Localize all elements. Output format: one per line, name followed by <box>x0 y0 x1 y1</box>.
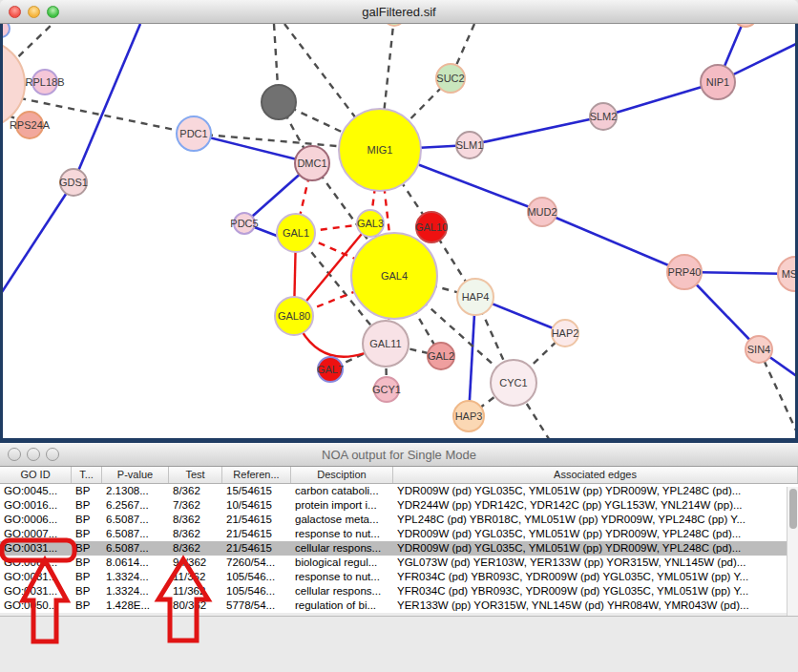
cell-edges: YDR009W (pd) YGL035C, YML051W (pp) YDR00… <box>393 541 798 556</box>
table-row[interactable]: GO:0065...BP8.0614...94/3627260/54...bio… <box>0 556 798 570</box>
table-row[interactable]: GO:0045...BP2.1308...8/36215/54615carbon… <box>0 484 798 498</box>
column-header-0[interactable]: GO ID <box>0 467 72 483</box>
network-window-titlebar[interactable]: galFiltered.sif <box>0 0 798 24</box>
node-GAL80[interactable]: GAL80 <box>275 297 313 335</box>
noa-window-title: NOA output for Single Mode <box>322 448 476 462</box>
cell-test: 8/362 <box>169 513 222 527</box>
node-MSL1[interactable]: MSL1 <box>778 257 795 291</box>
node-label-GAL2: GAL2 <box>428 350 454 362</box>
node-SLM1[interactable]: SLM1 <box>456 132 484 158</box>
node-circle-sliver[interactable] <box>384 24 405 26</box>
node-PRP40[interactable]: PRP40 <box>667 255 702 289</box>
node-GAL11[interactable]: GAL11 <box>363 321 409 367</box>
table-row[interactable]: GO:0031...BP6.5087...8/36221/54615cellul… <box>0 541 798 556</box>
node-label-MIG1: MIG1 <box>368 144 393 156</box>
node-SUC2[interactable]: SUC2 <box>436 64 465 93</box>
node-RPL18B[interactable]: RPL18B <box>26 70 65 94</box>
column-header-2[interactable]: P-value <box>102 467 169 483</box>
node-label-GCY1: GCY1 <box>372 384 401 395</box>
node-SIN4[interactable]: SIN4 <box>746 336 772 363</box>
table-row[interactable]: GO:0016...BP6.2567...7/36210/54615protei… <box>0 498 798 513</box>
edge-blue <box>3 182 74 298</box>
cell-reference: 105/546... <box>222 584 291 598</box>
noa-window-titlebar[interactable]: NOA output for Single Mode <box>0 443 798 467</box>
node-label-SLM2: SLM2 <box>590 111 618 122</box>
cell-edges: YDR009W (pd) YGL035C, YML051W (pp) YDR00… <box>393 527 798 541</box>
cell-go_id: GO:0007... <box>0 527 72 541</box>
cell-p_value: 6.5087... <box>102 541 169 556</box>
node-label-DMC1: DMC1 <box>297 158 326 169</box>
cell-edges: YGL073W (pd) YER103W, YER133W (pp) YOR31… <box>393 556 798 570</box>
cell-type: BP <box>72 556 102 570</box>
table-row[interactable]: GO:0031...BP1.3324...11/362105/546...res… <box>0 570 798 584</box>
close-button-inactive[interactable] <box>8 448 21 461</box>
cell-type: BP <box>72 527 102 541</box>
cell-type: BP <box>72 541 102 556</box>
scrollbar-thumb[interactable] <box>789 489 797 529</box>
node-MIG1[interactable]: MIG1 <box>339 109 421 191</box>
table-row[interactable]: GO:0031...BP1.3324...11/362105/546...cel… <box>0 584 798 598</box>
node-label-NIP1: NIP1 <box>706 76 729 88</box>
column-header-4[interactable]: Referen... <box>222 467 291 483</box>
node-PDC1[interactable]: PDC1 <box>177 116 211 151</box>
node-DMC1[interactable]: DMC1 <box>295 146 329 180</box>
node-label-GAL10: GAL10 <box>415 221 448 233</box>
cell-reference: 15/54615 <box>222 484 291 498</box>
cell-type: BP <box>72 598 102 613</box>
node-circle-top-partial[interactable] <box>734 24 757 27</box>
node-GAL10[interactable]: GAL10 <box>415 212 448 242</box>
node-GAL2[interactable]: GAL2 <box>428 343 454 369</box>
cell-type: BP <box>72 484 102 498</box>
column-header-6[interactable]: Associated edges <box>393 467 798 483</box>
node-MUD2[interactable]: MUD2 <box>527 198 556 226</box>
node-RPS24A[interactable]: RPS24A <box>10 112 51 138</box>
minimize-button[interactable] <box>28 6 40 18</box>
node-GAL7[interactable]: GAL7 <box>317 357 344 382</box>
node-NIP1[interactable]: NIP1 <box>701 65 735 99</box>
zoom-button[interactable] <box>47 6 59 18</box>
cell-type: BP <box>72 498 102 513</box>
node-label-SIN4: SIN4 <box>747 344 770 355</box>
table-scrollbar[interactable] <box>787 487 798 616</box>
node-GCY1[interactable]: GCY1 <box>372 377 401 402</box>
node-top-partial[interactable] <box>734 24 757 27</box>
node-HAP4[interactable]: HAP4 <box>457 279 494 315</box>
table-row[interactable]: GO:0050...BP1.428E...80/3625778/54...reg… <box>0 598 798 613</box>
cell-test: 11/362 <box>169 570 222 584</box>
node-circle-corner[interactable] <box>3 24 10 37</box>
close-button[interactable] <box>9 6 21 18</box>
node-unnamed-gray[interactable] <box>262 85 296 119</box>
column-header-1[interactable]: T... <box>72 467 102 483</box>
column-header-5[interactable]: Desciption <box>291 467 393 483</box>
node-HAP2[interactable]: HAP2 <box>552 320 579 346</box>
node-label-SUC2: SUC2 <box>436 73 464 84</box>
node-sliver[interactable] <box>384 24 405 26</box>
cell-reference: 5778/54... <box>222 598 291 613</box>
cell-go_id: GO:0016... <box>0 498 72 513</box>
cell-description: protein import i... <box>291 498 393 513</box>
zoom-button-inactive[interactable] <box>46 448 59 461</box>
node-SLM2[interactable]: SLM2 <box>590 103 618 130</box>
cell-description: response to nut... <box>291 527 393 541</box>
node-GAL3[interactable]: GAL3 <box>357 210 384 237</box>
cell-test: 8/362 <box>169 541 222 556</box>
table-row[interactable]: GO:0007...BP6.5087...8/36221/54615respon… <box>0 527 798 541</box>
node-CYC1[interactable]: CYC1 <box>491 360 536 406</box>
node-corner[interactable] <box>3 24 10 37</box>
cell-test: 11/362 <box>169 584 222 598</box>
node-circle-unnamed-gray[interactable] <box>262 85 296 119</box>
node-label-HAP4: HAP4 <box>462 291 490 303</box>
cell-p_value: 6.5087... <box>102 527 169 541</box>
column-header-3[interactable]: Test <box>169 467 222 483</box>
node-GDS1[interactable]: GDS1 <box>59 169 88 196</box>
table-row[interactable]: GO:0006...BP6.5087...8/36221/54615galact… <box>0 513 798 527</box>
node-GAL4[interactable]: GAL4 <box>351 233 437 319</box>
node-label-GAL1: GAL1 <box>283 227 309 239</box>
table-body: GO:0045...BP2.1308...8/36215/54615carbon… <box>0 484 798 613</box>
network-canvas[interactable]: RPL18BRPS24AGDS1PDC1MIG1DMC1SUC2SLM1SLM2… <box>0 24 798 440</box>
node-GAL1[interactable]: GAL1 <box>277 214 315 252</box>
node-HAP3[interactable]: HAP3 <box>453 401 484 431</box>
minimize-button-inactive[interactable] <box>27 448 40 461</box>
cell-go_id: GO:0031... <box>0 584 72 598</box>
cell-description: carbon cataboli... <box>291 484 393 498</box>
